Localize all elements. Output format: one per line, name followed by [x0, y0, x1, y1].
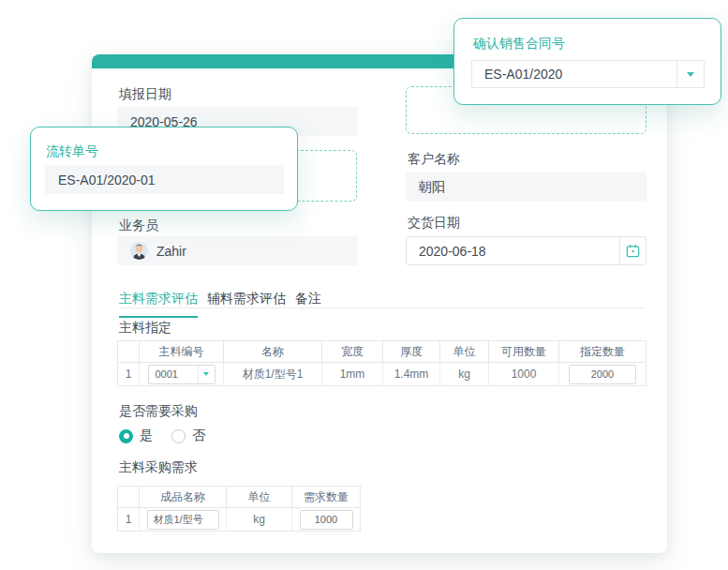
col-header-demand-qty: 需求数量	[291, 487, 360, 507]
material-thickness-cell: 1.4mm	[382, 363, 439, 385]
main-material-table: 主料编号 名称 宽度 厚度 单位 可用数量 指定数量 1 0001 材质1/型号…	[117, 340, 646, 386]
tab-aux-material-eval[interactable]: 辅料需求评估	[207, 291, 286, 318]
radio-yes-label: 是	[140, 428, 153, 444]
col-header-name: 名称	[223, 341, 321, 362]
delivery-date-label: 交货日期	[408, 215, 460, 232]
salesman-field[interactable]: Zahir	[117, 236, 358, 265]
chevron-down-icon	[203, 372, 209, 376]
flow-number-field[interactable]: ES-A01/2020-01	[45, 165, 284, 194]
material-name-cell: 材质1/型号1	[223, 363, 321, 385]
col-header-unit: 单位	[439, 341, 488, 362]
delivery-date-field[interactable]: 2020-06-18	[406, 236, 646, 265]
radio-no[interactable]	[171, 429, 186, 443]
material-width-cell: 1mm	[321, 363, 382, 385]
customer-field[interactable]: 朝阳	[406, 172, 646, 202]
contract-select-caret-button[interactable]	[676, 61, 704, 87]
tab-main-material-eval[interactable]: 主料需求评估	[119, 291, 198, 318]
col-header-index	[118, 341, 139, 362]
purchase-section-title: 主料采购需求	[119, 459, 198, 476]
col-header-assigned-qty: 指定数量	[558, 341, 646, 362]
salesman-value: Zahir	[156, 244, 186, 259]
demand-qty-input[interactable]	[300, 510, 353, 530]
flow-number-popover: 流转单号 ES-A01/2020-01	[30, 127, 298, 211]
need-purchase-radio-group: 是 否	[119, 428, 205, 444]
material-available-cell: 1000	[488, 363, 558, 385]
purchase-unit-cell: kg	[226, 508, 291, 531]
salesman-avatar	[130, 242, 148, 260]
col-header-product-name: 成品名称	[139, 487, 226, 507]
calendar-icon	[626, 244, 640, 258]
assigned-qty-input[interactable]	[569, 365, 636, 384]
select-caret-button[interactable]	[198, 366, 215, 383]
flow-number-label: 流转单号	[46, 143, 98, 160]
tab-bar: 主料需求评估 辅料需求评估 备注	[119, 291, 321, 318]
tab-divider	[119, 308, 645, 308]
calendar-button[interactable]	[619, 237, 646, 264]
col-header-width: 宽度	[321, 341, 382, 362]
main-material-table-header: 主料编号 名称 宽度 厚度 单位 可用数量 指定数量	[118, 341, 646, 362]
fill-date-label: 填报日期	[119, 86, 171, 103]
col-header-code: 主料编号	[139, 341, 223, 362]
product-name-input[interactable]	[147, 510, 219, 530]
salesman-label: 业务员	[119, 218, 158, 234]
col-header-available-qty: 可用数量	[488, 341, 558, 362]
contract-number-label: 确认销售合同号	[473, 36, 565, 52]
delivery-date-value: 2020-06-18	[407, 237, 619, 264]
contract-number-value: ES-A01/2020	[472, 61, 676, 87]
material-unit-cell: kg	[439, 363, 488, 385]
radio-yes[interactable]	[119, 429, 133, 443]
material-code-select[interactable]: 0001	[148, 365, 215, 384]
flow-number-value: ES-A01/2020-01	[58, 172, 156, 188]
contract-number-popover: 确认销售合同号 ES-A01/2020	[453, 18, 721, 105]
row-index: 1	[118, 508, 139, 531]
purchase-table-header: 成品名称 单位 需求数量	[118, 487, 360, 507]
material-code-value: 0001	[149, 368, 198, 380]
purchase-table-row: 1 kg	[118, 507, 360, 531]
customer-value: 朝阳	[419, 179, 445, 196]
main-material-table-row: 1 0001 材质1/型号1 1mm 1.4mm kg 1000	[118, 362, 646, 385]
need-purchase-label: 是否需要采购	[119, 403, 198, 420]
radio-no-label: 否	[192, 428, 205, 444]
col-header-unit: 单位	[226, 487, 291, 507]
col-header-thickness: 厚度	[382, 341, 439, 362]
col-header-index	[118, 487, 139, 507]
chevron-down-icon	[687, 72, 694, 77]
tab-remarks[interactable]: 备注	[295, 291, 321, 318]
customer-label: 客户名称	[408, 151, 460, 168]
row-index: 1	[118, 363, 139, 385]
main-material-section-title: 主料指定	[119, 320, 171, 337]
purchase-table: 成品名称 单位 需求数量 1 kg	[117, 486, 361, 532]
contract-number-select[interactable]: ES-A01/2020	[471, 60, 705, 88]
